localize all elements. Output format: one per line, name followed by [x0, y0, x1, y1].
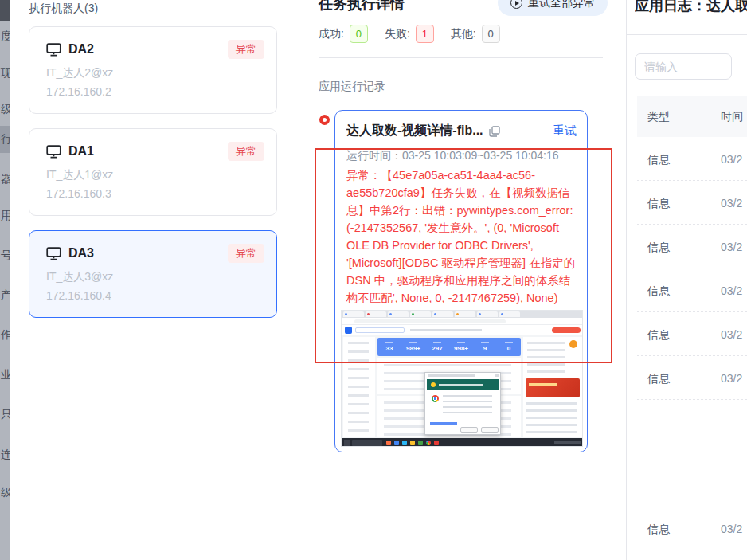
- copy-icon[interactable]: [489, 126, 500, 137]
- rail-menu-fragment: 作: [1, 328, 10, 343]
- monitor-icon: [46, 145, 61, 159]
- windows-taskbar: [342, 438, 583, 447]
- run-records-label: 应用运行记录: [319, 80, 385, 94]
- record-error-text: 异常：【45e7a05a-ca51-4aa4-ac56-ae55b720cfa9…: [346, 166, 578, 307]
- rail-menu-fragment: 连: [1, 448, 10, 462]
- stats-banner: 33 989+ 297 998+ 9 0: [377, 338, 521, 356]
- run-record-card: 达人取数-视频详情-fib... 重试 运行时间：03-25 10:03:09~…: [334, 110, 588, 452]
- stat-other: 其他: 0: [451, 25, 500, 43]
- rail-header-block: [0, 0, 10, 21]
- log-row[interactable]: 信息03/2: [637, 137, 747, 181]
- rail-menu-fragment: 只: [1, 408, 10, 422]
- success-count: 0: [350, 25, 368, 43]
- collapsed-left-menu-rail: 度 现 级 行 器 用管 号管 产管 作 业 只 连 级: [0, 0, 10, 560]
- log-search-input[interactable]: [635, 53, 732, 80]
- web-page-body: 33 989+ 297 998+ 9 0: [342, 335, 583, 438]
- rail-menu-fragment: 号管: [1, 249, 10, 263]
- rail-menu-fragment: 产管: [1, 288, 10, 303]
- timeline-error-dot: [319, 115, 330, 125]
- log-panel-title: 应用日志：达人取数: [635, 0, 747, 15]
- retry-all-errors-button[interactable]: 重试全部异常: [498, 0, 608, 16]
- system-dialog: [424, 372, 501, 435]
- status-badge: 异常: [228, 142, 264, 161]
- log-table-header: 类型 时间: [637, 96, 747, 137]
- section-divider: [319, 57, 603, 58]
- fail-count: 1: [416, 25, 434, 43]
- robot-account: IT_达人3@xz: [46, 270, 113, 284]
- robot-card-da3-selected[interactable]: DA3 异常 IT_达人3@xz 172.16.160.4: [29, 230, 277, 318]
- page-side-nav: [343, 337, 375, 437]
- record-runtime: 运行时间：03-25 10:03:09~03-25 10:04:16: [346, 149, 559, 163]
- status-badge: 异常: [228, 244, 264, 263]
- rail-menu-fragment: 器: [1, 172, 10, 186]
- dialog-header-band: [427, 379, 499, 390]
- browser-address-bar: [342, 318, 583, 325]
- task-stats-row: 成功: 0 失败: 1 其他: 0: [319, 25, 517, 43]
- browser-tab-strip: [342, 311, 583, 318]
- log-row[interactable]: 信息03/2: [637, 181, 747, 225]
- chrome-icon: [432, 395, 439, 402]
- rail-menu-fragment: 级: [1, 486, 10, 500]
- monitor-icon: [46, 247, 61, 260]
- close-icon: [495, 374, 499, 377]
- dialog-button: [481, 427, 499, 433]
- rail-menu-fragment: 业: [1, 368, 10, 382]
- robot-ip: 172.16.160.2: [46, 85, 111, 98]
- other-count: 0: [482, 25, 500, 43]
- panel-divider-left: [299, 0, 299, 560]
- panel-divider-right: [626, 0, 627, 560]
- monitor-icon: [46, 43, 61, 57]
- app-logo: [345, 327, 352, 334]
- column-header-type: 类型: [647, 110, 670, 124]
- robot-card-da1[interactable]: DA1 异常 IT_达人1@xz 172.16.160.3: [29, 128, 277, 216]
- record-retry-link[interactable]: 重试: [553, 123, 577, 139]
- avatar: [569, 340, 577, 348]
- status-badge: 异常: [228, 40, 264, 59]
- robot-ip: 172.16.160.3: [46, 187, 111, 200]
- column-header-time: 时间: [721, 110, 743, 124]
- robot-account: IT_达人2@xz: [46, 66, 113, 80]
- rail-menu-fragment: 用管: [1, 209, 10, 223]
- system-tray: [554, 441, 581, 444]
- log-row[interactable]: 信息03/2: [637, 356, 747, 400]
- rail-menu-fragment: 行: [1, 132, 10, 147]
- robot-name: DA3: [68, 246, 94, 260]
- record-title: 达人取数-视频详情-fib...: [346, 123, 483, 139]
- log-row[interactable]: 信息03/2: [637, 312, 747, 356]
- log-row[interactable]: 信息03/2: [637, 507, 747, 550]
- robot-ip: 172.16.160.4: [46, 289, 111, 302]
- column-separator: [714, 107, 714, 126]
- promo-banner: [526, 378, 580, 397]
- task-panel-title: 任务执行详情: [319, 0, 405, 14]
- rail-menu-fragment: 度: [1, 29, 10, 44]
- robot-name: DA2: [68, 42, 94, 57]
- stat-success: 成功: 0: [319, 25, 368, 43]
- play-circle-icon: [510, 0, 522, 9]
- log-row[interactable]: 信息03/2: [637, 225, 747, 268]
- run-screenshot-thumbnail[interactable]: 33 989+ 297 998+ 9 0: [341, 310, 583, 447]
- stat-fail: 失败: 1: [385, 25, 434, 43]
- robot-name: DA1: [68, 144, 94, 159]
- log-row[interactable]: 信息03/2: [637, 268, 747, 312]
- page-right-column: [523, 337, 582, 437]
- robot-account: IT_达人1@xz: [46, 168, 113, 182]
- start-button: [344, 440, 350, 446]
- log-header-divider: [627, 34, 747, 35]
- dialog-button: [460, 427, 478, 433]
- robot-card-da2[interactable]: DA2 异常 IT_达人2@xz 172.16.160.2: [29, 26, 277, 114]
- robots-panel-title: 执行机器人(3): [29, 2, 98, 16]
- web-app-header: [342, 325, 583, 335]
- rail-menu-fragment: 级: [1, 103, 10, 117]
- rail-menu-fragment: 现: [1, 66, 10, 80]
